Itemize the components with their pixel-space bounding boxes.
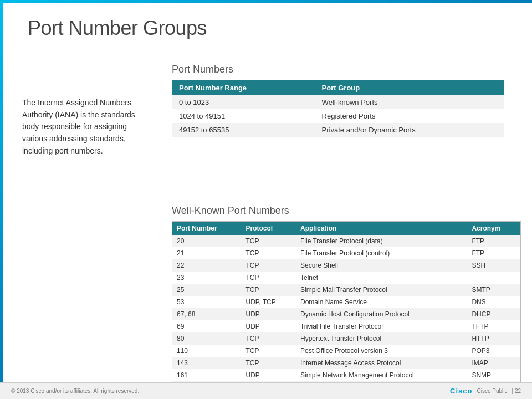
well-known-heading: Well-Known Port Numbers — [172, 205, 521, 217]
wk-table-cell-0: 110 — [172, 345, 242, 357]
wk-table-cell-2: Post Office Protocol version 3 — [296, 345, 467, 357]
wk-table-cell-0: 67, 68 — [172, 308, 242, 320]
wk-table-cell-1: UDP — [242, 320, 296, 332]
wk-header-acronym: Acronym — [467, 222, 520, 236]
range-table-cell-1: Private and/or Dynamic Ports — [315, 123, 504, 137]
well-known-table-row: 161UDPSimple Network Management Protocol… — [172, 369, 521, 381]
wk-table-cell-2: Simple Mail Transfer Protocol — [296, 284, 467, 296]
left-accent-bar — [0, 3, 3, 382]
wk-table-cell-3: DNS — [467, 296, 520, 308]
range-table-header-range: Port Number Range — [172, 80, 315, 96]
wk-table-cell-2: File Transfer Protocol (control) — [296, 247, 467, 259]
well-known-table-row: 80TCPHypertext Transfer ProtocolHTTP — [172, 332, 521, 345]
well-known-table-row: 23TCPTelnet– — [172, 272, 521, 284]
footer-right: Cisco Cisco Public | 22 — [450, 387, 521, 395]
page-container: Port Number Groups The Internet Assigned… — [0, 0, 532, 399]
wk-table-cell-0: 20 — [172, 235, 242, 247]
wk-table-cell-1: TCP — [242, 345, 296, 357]
footer-label: Cisco Public — [477, 388, 507, 394]
wk-header-port: Port Number — [172, 222, 242, 236]
well-known-table-row: 143TCPInternet Message Access ProtocolIM… — [172, 357, 521, 369]
range-table-cell-0: 0 to 1023 — [172, 95, 315, 109]
range-table-cell-1: Well-known Ports — [315, 95, 504, 109]
wk-table-cell-2: Dynamic Host Configuration Protocol — [296, 308, 467, 320]
well-known-table-row: 20TCPFile Transfer Protocol (data)FTP — [172, 235, 521, 247]
footer-copyright: © 2013 Cisco and/or its affiliates. All … — [11, 388, 139, 394]
wk-table-cell-1: TCP — [242, 235, 296, 247]
wk-table-cell-2: File Transfer Protocol (data) — [296, 235, 467, 247]
range-table-row: 0 to 1023Well-known Ports — [172, 95, 504, 109]
wk-table-cell-2: Telnet — [296, 272, 467, 284]
range-table-cell-0: 1024 to 49151 — [172, 109, 315, 123]
port-range-table: Port Number Range Port Group 0 to 1023We… — [172, 80, 504, 137]
wk-table-cell-1: TCP — [242, 272, 296, 284]
wk-table-cell-2: Simple Network Management Protocol — [296, 369, 467, 381]
range-table-header-row: Port Number Range Port Group — [172, 80, 504, 96]
wk-table-cell-2: Internet Message Access Protocol — [296, 357, 467, 369]
port-numbers-heading: Port Numbers — [172, 64, 504, 75]
wk-table-cell-3: SMTP — [467, 284, 520, 296]
wk-table-cell-0: 22 — [172, 259, 242, 272]
wk-table-cell-0: 143 — [172, 357, 242, 369]
top-accent-bar — [0, 0, 532, 3]
wk-table-cell-2: Trivial File Transfer Protocol — [296, 320, 467, 332]
wk-table-cell-3: IMAP — [467, 357, 520, 369]
well-known-header-row: Port Number Protocol Application Acronym — [172, 222, 521, 236]
wk-table-cell-0: 80 — [172, 332, 242, 345]
wk-table-cell-1: TCP — [242, 357, 296, 369]
wk-header-protocol: Protocol — [242, 222, 296, 236]
well-known-table-row: 67, 68UDPDynamic Host Configuration Prot… — [172, 308, 521, 320]
range-table-row: 1024 to 49151Registered Ports — [172, 109, 504, 123]
wk-table-cell-1: TCP — [242, 284, 296, 296]
wk-table-cell-3: HTTP — [467, 332, 520, 345]
wk-table-cell-2: Hypertext Transfer Protocol — [296, 332, 467, 345]
wk-table-cell-1: TCP — [242, 247, 296, 259]
description-text: The Internet Assigned Numbers Authority … — [22, 97, 144, 157]
cisco-logo: Cisco — [450, 387, 472, 395]
well-known-table-row: 110TCPPost Office Protocol version 3POP3 — [172, 345, 521, 357]
range-table-cell-1: Registered Ports — [315, 109, 504, 123]
range-table-header-group: Port Group — [315, 80, 504, 96]
well-known-section: Well-Known Port Numbers Port Number Prot… — [172, 205, 521, 394]
wk-table-cell-3: SSH — [467, 259, 520, 272]
wk-table-cell-0: 21 — [172, 247, 242, 259]
range-table-row: 49152 to 65535Private and/or Dynamic Por… — [172, 123, 504, 137]
well-known-table-row: 22TCPSecure ShellSSH — [172, 259, 521, 272]
wk-table-cell-3: POP3 — [467, 345, 520, 357]
wk-table-cell-1: TCP — [242, 259, 296, 272]
wk-table-cell-1: UDP, TCP — [242, 296, 296, 308]
wk-header-application: Application — [296, 222, 467, 236]
footer: © 2013 Cisco and/or its affiliates. All … — [0, 382, 532, 399]
range-table-cell-0: 49152 to 65535 — [172, 123, 315, 137]
wk-table-cell-3: FTP — [467, 235, 520, 247]
footer-page-number: | 22 — [511, 388, 521, 394]
wk-table-cell-3: TFTP — [467, 320, 520, 332]
well-known-table-row: 21TCPFile Transfer Protocol (control)FTP — [172, 247, 521, 259]
wk-table-cell-1: UDP — [242, 308, 296, 320]
wk-table-cell-3: DHCP — [467, 308, 520, 320]
wk-table-cell-2: Secure Shell — [296, 259, 467, 272]
well-known-table-row: 69UDPTrivial File Transfer ProtocolTFTP — [172, 320, 521, 332]
port-numbers-section: Port Numbers Port Number Range Port Grou… — [172, 64, 504, 137]
wk-table-cell-0: 25 — [172, 284, 242, 296]
wk-table-cell-0: 53 — [172, 296, 242, 308]
page-title: Port Number Groups — [28, 17, 207, 40]
wk-table-cell-3: FTP — [467, 247, 520, 259]
wk-table-cell-0: 23 — [172, 272, 242, 284]
wk-table-cell-3: – — [467, 272, 520, 284]
well-known-table: Port Number Protocol Application Acronym… — [172, 221, 521, 394]
wk-table-cell-2: Domain Name Service — [296, 296, 467, 308]
wk-table-cell-1: UDP — [242, 369, 296, 381]
well-known-table-row: 25TCPSimple Mail Transfer ProtocolSMTP — [172, 284, 521, 296]
wk-table-cell-3: SNMP — [467, 369, 520, 381]
wk-table-cell-0: 161 — [172, 369, 242, 381]
well-known-table-row: 53UDP, TCPDomain Name ServiceDNS — [172, 296, 521, 308]
wk-table-cell-0: 69 — [172, 320, 242, 332]
wk-table-cell-1: TCP — [242, 332, 296, 345]
